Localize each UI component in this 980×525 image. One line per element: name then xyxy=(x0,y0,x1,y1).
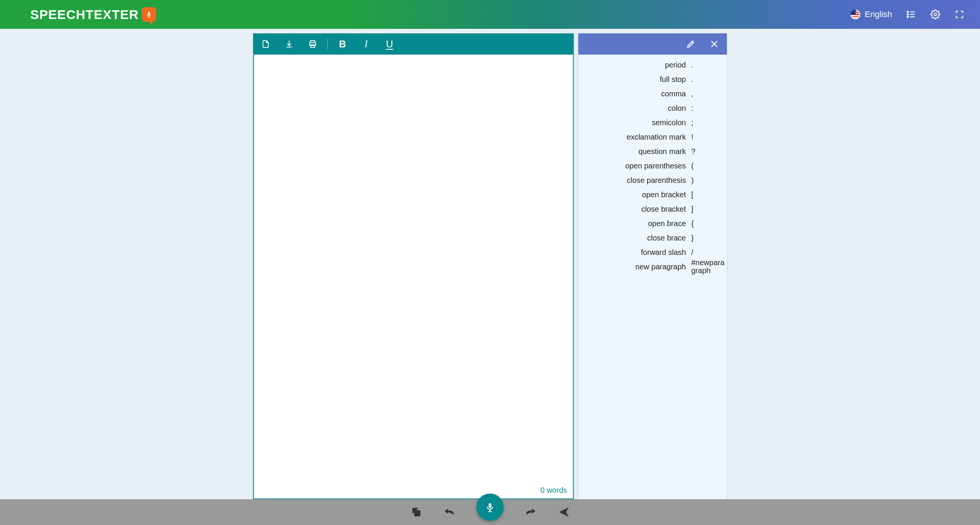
command-name: exclamation mark xyxy=(578,133,689,142)
command-row[interactable]: comma, xyxy=(578,86,725,101)
command-symbol: : xyxy=(689,104,725,112)
gear-icon xyxy=(931,10,940,19)
edit-icon[interactable] xyxy=(686,39,696,49)
command-symbol: ; xyxy=(689,119,725,127)
editor-toolbar: B I U xyxy=(253,34,574,54)
app-header: SPEECHTEXTER English xyxy=(0,0,980,29)
svg-rect-0 xyxy=(148,16,149,17)
commands-list: period.full stop.comma,colon:semicolon;e… xyxy=(578,54,727,499)
workspace: B I U 0 words period.full stop.comma,col… xyxy=(253,34,727,499)
download-button[interactable] xyxy=(283,38,296,51)
command-row[interactable]: open parentheses( xyxy=(578,158,725,173)
command-row[interactable]: question mark? xyxy=(578,144,725,158)
command-name: semicolon xyxy=(578,118,689,127)
command-name: comma xyxy=(578,89,689,98)
logo-text: SPEECHTEXTER xyxy=(30,7,139,22)
command-symbol: #newparagraph xyxy=(689,259,725,274)
underline-button[interactable]: U xyxy=(383,38,396,50)
command-symbol: ( xyxy=(689,162,725,170)
list-icon xyxy=(906,10,916,19)
command-symbol: { xyxy=(689,220,725,228)
command-symbol: / xyxy=(689,249,725,257)
download-icon xyxy=(285,40,294,49)
print-button[interactable] xyxy=(306,38,319,51)
command-row[interactable]: close brace} xyxy=(578,231,725,245)
command-name: forward slash xyxy=(578,248,689,257)
command-name: close brace xyxy=(578,234,689,243)
svg-point-8 xyxy=(934,13,937,16)
command-name: new paragraph xyxy=(578,263,689,271)
redo-icon xyxy=(525,506,536,518)
main-area: B I U 0 words period.full stop.comma,col… xyxy=(0,29,980,499)
commands-header xyxy=(578,34,727,54)
command-row[interactable]: colon: xyxy=(578,101,725,115)
language-selector[interactable]: English xyxy=(850,10,892,19)
svg-rect-16 xyxy=(488,511,492,512)
command-symbol: . xyxy=(689,75,725,83)
editor-body: 0 words xyxy=(253,54,574,499)
command-symbol: ) xyxy=(689,176,725,184)
mic-button[interactable] xyxy=(476,493,504,521)
word-count: 0 words xyxy=(540,486,567,495)
undo-icon xyxy=(444,506,455,518)
command-symbol: [ xyxy=(689,191,725,199)
command-row[interactable]: new paragraph#newparagraph xyxy=(578,260,725,274)
fullscreen-button[interactable] xyxy=(954,9,965,20)
send-icon xyxy=(558,506,570,518)
settings-button[interactable] xyxy=(930,9,940,20)
command-name: full stop xyxy=(578,75,689,84)
command-name: open bracket xyxy=(578,190,689,199)
copy-button[interactable] xyxy=(410,506,423,519)
language-label: English xyxy=(865,10,892,19)
print-icon xyxy=(308,40,317,49)
command-row[interactable]: period. xyxy=(578,57,725,72)
command-symbol: , xyxy=(689,90,725,98)
command-row[interactable]: open bracket[ xyxy=(578,187,725,202)
bold-button[interactable]: B xyxy=(336,38,349,50)
command-row[interactable]: close parenthesis) xyxy=(578,173,725,187)
send-button[interactable] xyxy=(557,506,570,519)
command-name: question mark xyxy=(578,147,689,156)
editor-panel: B I U 0 words xyxy=(253,34,574,499)
undo-button[interactable] xyxy=(443,506,456,519)
command-row[interactable]: close bracket] xyxy=(578,202,725,216)
svg-rect-14 xyxy=(415,511,420,516)
command-row[interactable]: open brace{ xyxy=(578,216,725,231)
app-logo[interactable]: SPEECHTEXTER xyxy=(30,7,156,22)
editor-textarea[interactable] xyxy=(254,54,573,498)
svg-point-4 xyxy=(907,16,908,18)
svg-rect-1 xyxy=(148,17,150,18)
command-name: open brace xyxy=(578,219,689,228)
list-button[interactable] xyxy=(906,9,916,20)
command-row[interactable]: forward slash/ xyxy=(578,245,725,260)
svg-rect-15 xyxy=(490,510,490,511)
close-icon[interactable] xyxy=(710,39,719,49)
svg-point-3 xyxy=(907,14,908,15)
bottom-bar xyxy=(0,499,980,525)
command-row[interactable]: full stop. xyxy=(578,72,725,86)
command-name: colon xyxy=(578,104,689,113)
command-name: open parentheses xyxy=(578,161,689,170)
commands-panel: period.full stop.comma,colon:semicolon;e… xyxy=(578,34,727,499)
command-name: close bracket xyxy=(578,205,689,214)
toolbar-separator xyxy=(328,39,328,49)
us-flag-icon xyxy=(850,10,860,19)
file-icon xyxy=(261,40,270,49)
command-name: period xyxy=(578,61,689,69)
fullscreen-icon xyxy=(955,10,964,19)
command-row[interactable]: semicolon; xyxy=(578,115,725,130)
command-symbol: ! xyxy=(689,133,725,141)
command-row[interactable]: exclamation mark! xyxy=(578,130,725,144)
italic-button[interactable]: I xyxy=(360,38,372,50)
command-symbol: } xyxy=(689,234,725,242)
svg-point-2 xyxy=(907,11,908,13)
mic-icon xyxy=(485,502,495,512)
command-symbol: . xyxy=(689,61,725,69)
copy-icon xyxy=(410,506,422,518)
logo-mic-icon xyxy=(142,7,156,22)
redo-button[interactable] xyxy=(524,506,537,519)
command-name: close parenthesis xyxy=(578,176,689,185)
new-document-button[interactable] xyxy=(259,38,272,51)
command-symbol: ] xyxy=(689,205,725,213)
command-symbol: ? xyxy=(689,148,725,156)
